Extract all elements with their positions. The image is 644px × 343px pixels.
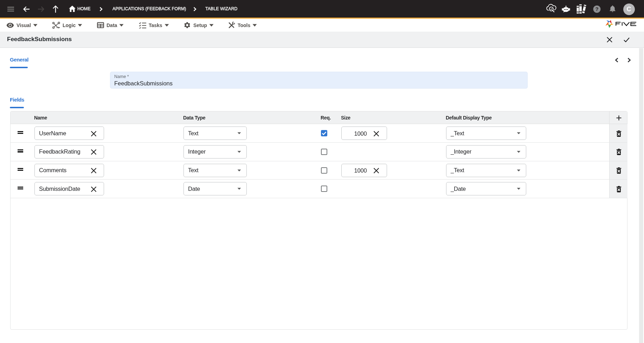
svg-text:?: ? (595, 6, 598, 12)
